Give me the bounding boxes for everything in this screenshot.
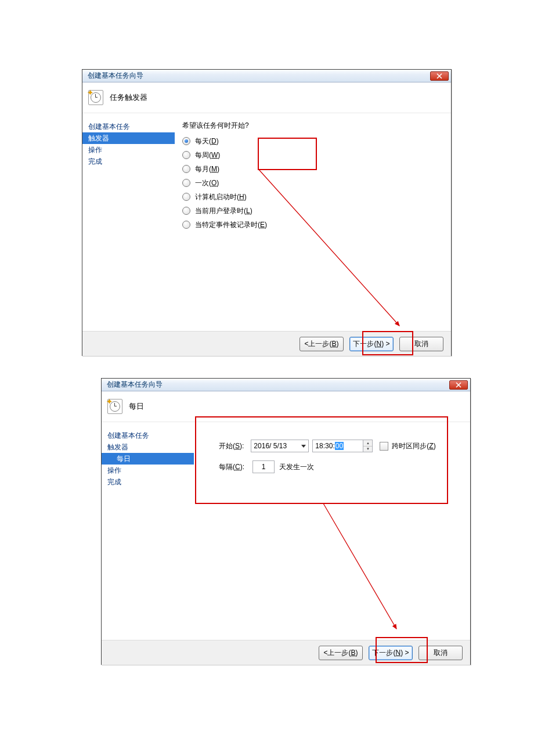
wizard-trigger-page: 创建基本任务向导 ✦ 任务触发器 创建基本任务触发器操作完成 希望该任务何时开始… [82, 69, 452, 356]
trigger-option[interactable]: 当前用户登录时(L) [182, 204, 451, 218]
wizard-footer: <上一步(B) 下一步(N) > 取消 [82, 331, 451, 356]
radio-icon [182, 137, 190, 145]
trigger-option[interactable]: 一次(O) [182, 176, 451, 190]
sidebar-item[interactable]: 每日 [102, 453, 194, 465]
wizard-daily-page: 创建基本任务向导 ✦ 每日 创建基本任务触发器每日操作完成 开始(S): 201… [101, 378, 471, 665]
option-label: 当前用户登录时(L) [195, 206, 252, 216]
wizard-header: ✦ 每日 [102, 391, 470, 422]
window-title: 创建基本任务向导 [107, 380, 163, 390]
radio-icon [182, 151, 190, 159]
window-title: 创建基本任务向导 [88, 71, 143, 81]
sidebar-item[interactable]: 操作 [82, 144, 175, 156]
task-clock-icon: ✦ [107, 399, 122, 414]
date-value: 2016/ 5/13 [254, 442, 287, 450]
trigger-question: 希望该任务何时开始? [182, 121, 451, 131]
wizard-content: 开始(S): 2016/ 5/13 18:30:00 ▲ ▼ [194, 422, 470, 640]
trigger-option[interactable]: 每天(D) [182, 134, 451, 148]
task-clock-icon: ✦ [88, 90, 103, 105]
sidebar-item[interactable]: 完成 [102, 476, 194, 488]
sidebar-item[interactable]: 创建基本任务 [102, 430, 194, 441]
spin-up-icon[interactable]: ▲ [363, 440, 372, 447]
titlebar[interactable]: 创建基本任务向导 [102, 379, 470, 391]
page-title: 任务触发器 [110, 92, 147, 103]
titlebar[interactable]: 创建基本任务向导 [82, 70, 451, 82]
sidebar-item[interactable]: 触发器 [82, 132, 175, 144]
wizard-footer: <上一步(B) 下一步(N) > 取消 [102, 640, 470, 665]
trigger-option[interactable]: 当特定事件被记录时(E) [182, 218, 451, 232]
close-icon[interactable] [449, 380, 468, 390]
recur-days-input[interactable]: 1 [252, 460, 275, 473]
trigger-option[interactable]: 每周(W) [182, 148, 451, 162]
start-row: 开始(S): 2016/ 5/13 18:30:00 ▲ ▼ [201, 438, 470, 453]
radio-icon [182, 221, 190, 229]
option-label: 每周(W) [195, 150, 220, 160]
next-button[interactable]: 下一步(N) > [349, 337, 394, 351]
wizard-header: ✦ 任务触发器 [82, 82, 451, 113]
option-label: 每月(M) [195, 164, 219, 174]
back-button[interactable]: <上一步(B) [300, 337, 344, 351]
start-date-picker[interactable]: 2016/ 5/13 [251, 440, 309, 452]
recur-tail: 天发生一次 [279, 462, 314, 472]
start-time-picker[interactable]: 18:30:00 [312, 440, 363, 452]
time-spinner[interactable]: ▲ ▼ [363, 440, 373, 452]
recur-row: 每隔(C): 1 天发生一次 [201, 459, 470, 474]
radio-icon [182, 179, 190, 187]
chevron-down-icon [301, 445, 306, 448]
start-label: 开始(S): [219, 441, 244, 451]
radio-icon [182, 207, 190, 215]
close-icon[interactable] [430, 71, 449, 81]
option-label: 当特定事件被记录时(E) [195, 220, 267, 230]
sidebar-item[interactable]: 触发器 [102, 441, 194, 453]
cancel-button[interactable]: 取消 [418, 646, 463, 660]
option-label: 一次(O) [195, 178, 219, 188]
page-title: 每日 [129, 401, 144, 412]
recur-label: 每隔(C): [219, 462, 244, 472]
trigger-option[interactable]: 每月(M) [182, 162, 451, 176]
wizard-content: 希望该任务何时开始? 每天(D)每周(W)每月(M)一次(O)计算机启动时(H)… [175, 113, 451, 331]
radio-icon [182, 165, 190, 173]
trigger-option[interactable]: 计算机启动时(H) [182, 190, 451, 204]
seconds-selected: 00 [335, 442, 344, 450]
sidebar-item[interactable]: 创建基本任务 [82, 121, 175, 132]
next-button[interactable]: 下一步(N) > [369, 646, 413, 660]
back-button[interactable]: <上一步(B) [319, 646, 363, 660]
cancel-button[interactable]: 取消 [399, 337, 443, 351]
wizard-sidebar: 创建基本任务触发器每日操作完成 [102, 422, 194, 640]
radio-icon [182, 193, 190, 201]
sidebar-item[interactable]: 完成 [82, 156, 175, 167]
option-label: 每天(D) [195, 136, 219, 146]
tz-sync-checkbox[interactable] [380, 442, 388, 451]
sidebar-item[interactable]: 操作 [102, 465, 194, 476]
wizard-sidebar: 创建基本任务触发器操作完成 [82, 113, 175, 331]
option-label: 计算机启动时(H) [195, 192, 247, 202]
spin-down-icon[interactable]: ▼ [363, 447, 372, 452]
tz-sync-label: 跨时区同步(Z) [392, 441, 435, 451]
